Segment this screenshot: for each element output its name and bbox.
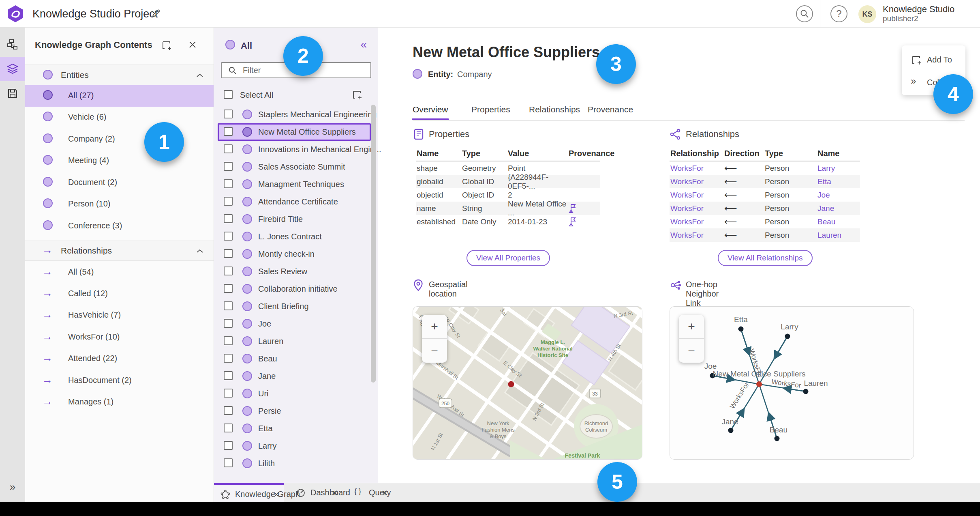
provenance-flag-icon[interactable] <box>569 204 578 213</box>
relationship-link[interactable]: WorksFor <box>670 217 723 226</box>
provenance-flag-icon[interactable] <box>569 217 578 227</box>
node-jane[interactable] <box>728 428 734 433</box>
sidebar-item-manages[interactable]: → Manages (1) <box>25 391 214 413</box>
sidebar-item-hasvehicle[interactable]: → HasVehicle (7) <box>25 305 214 326</box>
table-row[interactable]: WorksFor ⟵ Person Etta <box>670 175 860 188</box>
search-button[interactable] <box>796 5 813 22</box>
item-checkbox[interactable] <box>224 110 233 118</box>
item-checkbox[interactable] <box>224 301 233 310</box>
item-checkbox[interactable] <box>224 406 233 415</box>
list-item[interactable]: Lauren <box>218 333 371 350</box>
table-row[interactable]: globalid Global ID {A228944F-0EF5-... <box>416 175 600 188</box>
link-chart[interactable]: Etta Larry Joe Lauren Jane Beau New Meta… <box>670 306 914 460</box>
item-checkbox[interactable] <box>224 354 233 363</box>
zoom-in-button[interactable]: + <box>679 315 704 339</box>
item-checkbox[interactable] <box>224 249 233 258</box>
list-item[interactable]: Client Briefing <box>218 298 371 315</box>
collapse-panel-button[interactable]: « <box>360 38 367 51</box>
list-item[interactable]: Beau <box>218 350 371 368</box>
list-item[interactable]: Firebird Title <box>218 211 371 228</box>
list-item[interactable]: Jane <box>218 368 371 385</box>
relationship-link[interactable]: WorksFor <box>670 191 723 200</box>
item-checkbox[interactable] <box>224 458 233 467</box>
tab-query[interactable]: { } Query <box>348 483 391 503</box>
table-row[interactable]: WorksFor ⟵ Person Larry <box>670 161 860 175</box>
list-item[interactable]: Collaboration initiative <box>218 280 371 298</box>
list-item[interactable]: Managment Techniques <box>218 176 371 193</box>
close-panel-icon[interactable] <box>188 40 197 49</box>
data-model-rail-button[interactable] <box>0 32 25 57</box>
node-center[interactable] <box>756 381 762 387</box>
item-checkbox[interactable] <box>224 424 233 432</box>
tab-knowledge-graph[interactable]: Knowledge Graph <box>214 483 284 503</box>
tab-provenance[interactable]: Provenance <box>588 105 633 114</box>
item-checkbox[interactable] <box>224 441 233 450</box>
item-checkbox[interactable] <box>224 371 233 380</box>
help-button[interactable]: ? <box>830 5 847 22</box>
list-item-selected[interactable]: New Metal Office Suppliers <box>218 123 371 141</box>
list-item[interactable]: Staplers Mechanical Engineering <box>218 106 371 123</box>
add-new-icon[interactable] <box>161 40 172 51</box>
item-checkbox[interactable] <box>224 267 233 275</box>
list-item[interactable]: Etta <box>218 420 371 437</box>
list-item[interactable]: Attendance Certificate <box>218 193 371 211</box>
item-checkbox[interactable] <box>224 214 233 223</box>
view-all-relationships-button[interactable]: View All Relationships <box>718 250 813 266</box>
sidebar-item-document[interactable]: Document (2) <box>25 172 214 194</box>
item-checkbox[interactable] <box>224 144 233 153</box>
sidebar-item-worksfor[interactable]: → WorksFor (10) <box>25 327 214 348</box>
relationships-group-header[interactable]: → Relationships <box>25 241 214 261</box>
list-item[interactable]: Persie <box>218 402 371 420</box>
item-checkbox[interactable] <box>224 179 233 188</box>
sidebar-item-conference[interactable]: Conference (3) <box>25 215 214 237</box>
app-logo-icon[interactable] <box>6 5 24 23</box>
node-lauren[interactable] <box>803 389 809 394</box>
zoom-out-button[interactable]: − <box>422 339 447 363</box>
view-all-properties-button[interactable]: View All Properties <box>466 250 550 266</box>
table-row[interactable]: WorksFor ⟵ Person Jane <box>670 202 860 215</box>
sidebar-item-meeting[interactable]: Meeting (4) <box>25 150 214 172</box>
chevron-up-icon[interactable] <box>196 248 204 254</box>
geospatial-map[interactable]: W Clay St Sal k Rd Marshall St W Marshal… <box>413 306 642 460</box>
list-item[interactable]: Innovations in Mechanical Engin... <box>218 141 371 158</box>
table-row[interactable]: name String New Metal Office ... <box>416 202 600 215</box>
edit-title-icon[interactable] <box>151 8 161 19</box>
list-scrollbar[interactable] <box>371 105 376 383</box>
relationship-link[interactable]: WorksFor <box>670 177 723 186</box>
contents-rail-button[interactable] <box>0 57 25 81</box>
expand-rail-button[interactable]: » <box>0 481 25 493</box>
item-checkbox[interactable] <box>224 232 233 241</box>
table-row[interactable]: WorksFor ⟵ Person Joe <box>670 188 860 202</box>
tab-properties[interactable]: Properties <box>471 105 510 114</box>
entity-link[interactable]: Larry <box>817 164 860 173</box>
item-checkbox[interactable] <box>224 319 233 328</box>
list-item[interactable]: Montly check-in <box>218 245 371 263</box>
item-checkbox[interactable] <box>224 389 233 398</box>
tab-relationships[interactable]: Relationships <box>529 105 580 114</box>
user-info[interactable]: Knowledge Studio publisher2 <box>883 4 954 23</box>
table-row[interactable]: WorksFor ⟵ Person Lauren <box>670 228 860 242</box>
entity-link[interactable]: Joe <box>817 191 860 200</box>
close-tab-icon[interactable] <box>273 491 280 498</box>
select-all-checkbox[interactable] <box>224 90 233 99</box>
sidebar-item-company[interactable]: Company (2) <box>25 129 214 150</box>
entity-link[interactable]: Beau <box>817 217 860 226</box>
sidebar-item-hasdocument[interactable]: → HasDocument (2) <box>25 370 214 391</box>
close-tab-icon[interactable] <box>331 489 338 497</box>
list-item[interactable]: Uri <box>218 385 371 402</box>
node-larry[interactable] <box>785 334 790 339</box>
save-rail-button[interactable] <box>0 81 25 105</box>
item-checkbox[interactable] <box>224 284 233 293</box>
entity-link[interactable]: Etta <box>817 177 860 186</box>
item-checkbox[interactable] <box>224 162 233 171</box>
entity-link[interactable]: Jane <box>817 204 860 213</box>
zoom-in-button[interactable]: + <box>422 315 447 339</box>
list-item[interactable]: Joe <box>218 315 371 333</box>
list-item[interactable]: Larry <box>218 437 371 455</box>
relationship-link[interactable]: WorksFor <box>670 231 723 240</box>
relationship-link[interactable]: WorksFor <box>670 164 723 173</box>
item-checkbox[interactable] <box>224 336 233 345</box>
item-checkbox[interactable] <box>224 197 233 206</box>
item-checkbox[interactable] <box>224 127 233 136</box>
entity-link[interactable]: Lauren <box>817 231 860 240</box>
